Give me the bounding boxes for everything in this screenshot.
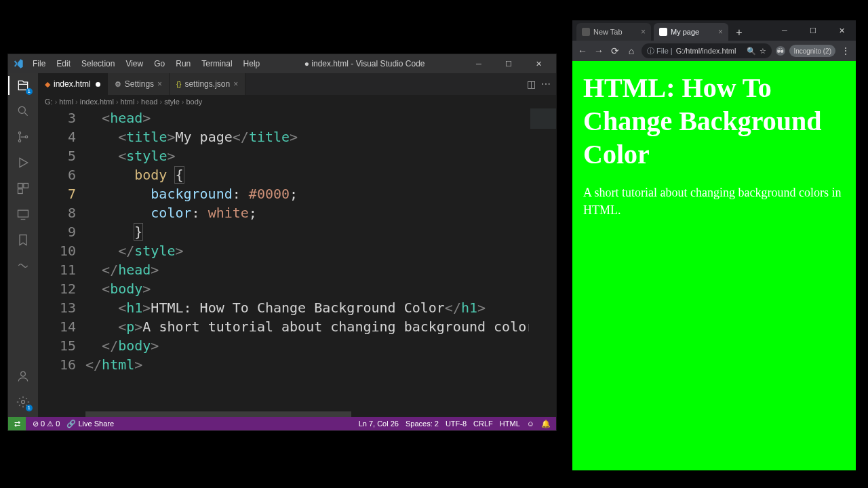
chrome-tab-strip: New Tab×My page× + ─ ☐ ✕ [572, 20, 856, 41]
extensions-icon[interactable] [14, 179, 33, 198]
vscode-menu-bar: FileEditSelectionViewGoRunTerminalHelp [28, 58, 264, 70]
cursor-position[interactable]: Ln 7, Col 26 [359, 420, 399, 428]
favicon-icon [582, 28, 590, 36]
bookmark-star-icon[interactable]: ☆ [760, 47, 766, 56]
browser-tab[interactable]: New Tab× [576, 23, 651, 41]
breadcrumb-item[interactable]: body [186, 98, 202, 106]
svg-point-1 [18, 132, 20, 134]
forward-button[interactable]: → [593, 45, 605, 57]
horizontal-scrollbar[interactable] [85, 411, 529, 417]
svg-rect-5 [24, 184, 28, 188]
problems-status[interactable]: ⊘ 0 ⚠ 0 [33, 420, 60, 428]
editor-tab-bar: ◆index.html⚙Settings×{}settings.json× ◫ … [38, 73, 556, 95]
back-button[interactable]: ← [576, 45, 589, 57]
new-tab-button[interactable]: + [731, 24, 747, 41]
explorer-icon[interactable]: 1 [14, 76, 33, 95]
svg-rect-7 [18, 210, 28, 217]
source-control-icon[interactable] [14, 127, 33, 146]
minimize-button[interactable]: ─ [770, 20, 799, 41]
vscode-window: FileEditSelectionViewGoRunTerminalHelp ●… [8, 54, 556, 430]
menu-file[interactable]: File [28, 58, 50, 70]
tab-label: New Tab [593, 28, 623, 36]
breadcrumb[interactable]: G: › html › index.html › html › head › s… [38, 95, 556, 108]
svg-point-2 [18, 140, 20, 142]
close-button[interactable]: ✕ [827, 20, 856, 41]
run-debug-icon[interactable] [14, 153, 33, 172]
eol-status[interactable]: CRLF [473, 420, 493, 428]
editor-tab[interactable]: ⚙Settings× [108, 73, 170, 95]
maximize-button[interactable]: ☐ [799, 20, 827, 41]
feedback-icon[interactable]: ☺ [527, 420, 534, 428]
tab-label: index.html [54, 79, 91, 89]
tab-label: settings.json [184, 79, 230, 89]
page-viewport: HTML: How To Change Background Color A s… [572, 61, 856, 470]
language-status[interactable]: HTML [500, 420, 520, 428]
menu-help[interactable]: Help [239, 58, 264, 70]
split-editor-icon[interactable]: ◫ [527, 79, 536, 89]
minimize-button[interactable]: ─ [465, 56, 492, 72]
more-actions-icon[interactable]: ⋯ [541, 79, 551, 89]
page-paragraph: A short tutorial about changing backgrou… [583, 184, 845, 218]
close-tab-icon[interactable]: × [157, 79, 162, 89]
menu-edit[interactable]: Edit [52, 58, 75, 70]
svg-point-8 [21, 371, 26, 376]
breadcrumb-item[interactable]: html [59, 98, 73, 106]
remote-icon[interactable] [14, 205, 33, 224]
browser-tab[interactable]: My page× [654, 23, 728, 41]
vscode-titlebar[interactable]: FileEditSelectionViewGoRunTerminalHelp ●… [8, 54, 556, 73]
menu-run[interactable]: Run [172, 58, 195, 70]
svg-rect-4 [18, 184, 23, 188]
svg-point-0 [18, 106, 25, 113]
liveshare-icon[interactable] [14, 256, 33, 275]
chrome-window: New Tab×My page× + ─ ☐ ✕ ← → ⟳ ⌂ ⓘ File … [572, 20, 856, 470]
vscode-logo-icon [12, 58, 24, 70]
status-bar: ⇄ ⊘ 0 ⚠ 0 🔗 Live Share Ln 7, Col 26 Spac… [8, 417, 556, 430]
home-button[interactable]: ⌂ [625, 45, 637, 57]
code-editor[interactable]: 345678910111213141516 <head> <title>My p… [38, 108, 556, 417]
menu-view[interactable]: View [121, 58, 147, 70]
reload-button[interactable]: ⟳ [609, 45, 621, 57]
breadcrumb-item[interactable]: index.html [80, 98, 114, 106]
remote-indicator[interactable]: ⇄ [8, 417, 26, 430]
vscode-window-title: ● index.html - Visual Studio Code [264, 59, 465, 68]
svg-point-9 [22, 401, 25, 404]
favicon-icon [659, 28, 667, 36]
menu-terminal[interactable]: Terminal [197, 58, 236, 70]
search-icon[interactable] [14, 102, 33, 121]
tab-label: My page [671, 28, 699, 36]
minimap[interactable] [529, 108, 556, 417]
tab-label: Settings [125, 79, 154, 89]
search-in-page-icon[interactable]: 🔍 [747, 47, 756, 56]
file-icon: {} [176, 80, 181, 88]
encoding-status[interactable]: UTF-8 [446, 420, 467, 428]
breadcrumb-item[interactable]: G: [45, 98, 53, 106]
close-tab-icon[interactable]: × [641, 27, 646, 37]
maximize-button[interactable]: ☐ [495, 56, 522, 72]
breadcrumb-item[interactable]: html [121, 98, 135, 106]
breadcrumb-item[interactable]: style [164, 98, 180, 106]
notifications-icon[interactable]: 🔔 [541, 420, 551, 428]
menu-go[interactable]: Go [150, 58, 169, 70]
incognito-badge[interactable]: Incognito (2) [789, 45, 835, 57]
editor-tab[interactable]: {}settings.json× [170, 73, 245, 95]
svg-rect-6 [18, 189, 23, 194]
indent-status[interactable]: Spaces: 2 [406, 420, 439, 428]
editor-tab[interactable]: ◆index.html [38, 73, 108, 95]
address-bar[interactable]: ⓘ File | G:/html/index.html 🔍 ☆ [642, 43, 772, 58]
menu-selection[interactable]: Selection [77, 58, 119, 70]
url-text: G:/html/index.html [676, 47, 736, 55]
close-button[interactable]: ✕ [525, 56, 552, 72]
liveshare-status[interactable]: 🔗 Live Share [66, 420, 114, 428]
breadcrumb-item[interactable]: head [141, 98, 157, 106]
settings-gear-icon[interactable]: 1 [14, 392, 33, 411]
chrome-menu-button[interactable]: ⋮ [840, 45, 852, 57]
bookmark-icon[interactable] [14, 230, 33, 249]
svg-point-3 [25, 136, 27, 138]
page-heading: HTML: How To Change Background Color [583, 72, 845, 171]
incognito-icon: 🕶 [776, 46, 785, 56]
close-tab-icon[interactable]: × [233, 79, 238, 89]
account-icon[interactable] [14, 367, 33, 386]
activity-bar: 1 1 [8, 73, 38, 417]
chrome-toolbar: ← → ⟳ ⌂ ⓘ File | G:/html/index.html 🔍 ☆ … [572, 41, 856, 61]
close-tab-icon[interactable]: × [718, 27, 723, 37]
